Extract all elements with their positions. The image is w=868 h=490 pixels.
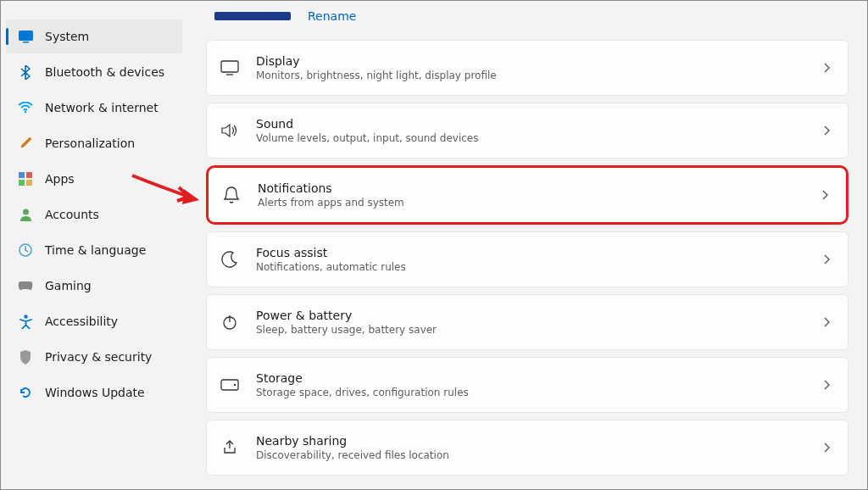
sidebar-item-label: Personalization: [45, 136, 135, 150]
display-card[interactable]: Display Monitors, brightness, night ligh…: [206, 40, 849, 96]
sidebar-item-label: Network & internet: [45, 101, 159, 114]
drive-icon: [219, 374, 241, 396]
focus-assist-card[interactable]: Focus assist Notifications, automatic ru…: [206, 231, 849, 287]
gamepad-icon: [18, 278, 33, 293]
sidebar-item-bluetooth[interactable]: Bluetooth & devices: [6, 55, 182, 89]
storage-card[interactable]: Storage Storage space, drives, configura…: [206, 357, 849, 413]
sidebar-item-network[interactable]: Network & internet: [6, 91, 182, 125]
chevron-right-icon: [823, 316, 831, 328]
sidebar-item-label: System: [45, 30, 89, 43]
svg-rect-6: [26, 180, 32, 186]
power-icon: [219, 311, 241, 333]
shield-icon: [18, 349, 33, 365]
chevron-right-icon: [823, 253, 831, 265]
settings-card-list: Display Monitors, brightness, night ligh…: [206, 40, 849, 476]
nearby-sharing-card[interactable]: Nearby sharing Discoverability, received…: [206, 420, 849, 476]
card-title: Notifications: [258, 181, 821, 195]
card-subtitle: Storage space, drives, configuration rul…: [256, 387, 823, 398]
wifi-icon: [18, 100, 33, 115]
accessibility-icon: [18, 314, 33, 329]
main-content: Rename Display Monitors, brightness, nig…: [187, 1, 867, 489]
person-icon: [18, 207, 33, 222]
brush-icon: [18, 136, 33, 151]
power-battery-card[interactable]: Power & battery Sleep, battery usage, ba…: [206, 294, 849, 350]
notifications-card[interactable]: Notifications Alerts from apps and syste…: [206, 165, 849, 225]
sidebar-item-privacy-security[interactable]: Privacy & security: [6, 340, 182, 374]
chevron-right-icon: [823, 379, 831, 391]
bell-icon: [220, 184, 242, 206]
chevron-right-icon: [821, 189, 829, 201]
svg-point-15: [234, 384, 236, 386]
apps-icon: [18, 171, 33, 187]
globe-clock-icon: [18, 242, 33, 258]
chevron-right-icon: [823, 442, 831, 454]
chevron-right-icon: [823, 125, 831, 136]
sidebar: System Bluetooth & devices Network & int…: [1, 1, 187, 489]
sidebar-item-accessibility[interactable]: Accessibility: [6, 304, 182, 338]
svg-rect-4: [26, 172, 32, 178]
card-subtitle: Notifications, automatic rules: [256, 261, 823, 273]
sidebar-item-label: Gaming: [45, 279, 92, 292]
rename-link[interactable]: Rename: [308, 9, 356, 23]
device-header: Rename: [206, 9, 849, 23]
svg-rect-3: [19, 172, 25, 178]
card-subtitle: Alerts from apps and system: [258, 197, 821, 209]
sound-icon: [219, 120, 241, 142]
sidebar-item-label: Windows Update: [45, 386, 145, 399]
sidebar-item-label: Accessibility: [45, 315, 118, 328]
device-thumbnail: [214, 12, 291, 20]
svg-rect-10: [221, 61, 238, 72]
svg-rect-5: [19, 180, 25, 186]
sidebar-item-label: Accounts: [45, 208, 99, 221]
card-title: Nearby sharing: [256, 434, 823, 448]
sidebar-item-windows-update[interactable]: Windows Update: [6, 376, 182, 409]
card-subtitle: Volume levels, output, input, sound devi…: [256, 132, 823, 144]
sidebar-item-accounts[interactable]: Accounts: [6, 198, 182, 231]
chevron-right-icon: [823, 62, 831, 74]
sidebar-item-apps[interactable]: Apps: [6, 162, 182, 196]
sidebar-item-system[interactable]: System: [6, 19, 182, 53]
sound-card[interactable]: Sound Volume levels, output, input, soun…: [206, 103, 849, 159]
sidebar-item-label: Privacy & security: [45, 350, 152, 364]
card-subtitle: Monitors, brightness, night light, displ…: [256, 70, 823, 81]
svg-rect-1: [23, 42, 29, 43]
sidebar-item-label: Time & language: [45, 243, 146, 257]
card-title: Storage: [256, 371, 823, 385]
sidebar-item-label: Apps: [45, 172, 75, 186]
svg-point-9: [24, 315, 27, 318]
bluetooth-icon: [18, 64, 33, 80]
update-icon: [18, 385, 33, 400]
sidebar-item-gaming[interactable]: Gaming: [6, 269, 182, 303]
display-icon: [219, 57, 241, 79]
share-icon: [219, 437, 241, 459]
svg-point-7: [23, 209, 29, 215]
card-subtitle: Discoverability, received files location: [256, 449, 823, 461]
card-title: Sound: [256, 117, 823, 131]
card-title: Power & battery: [256, 309, 823, 322]
card-title: Display: [256, 54, 823, 68]
sidebar-item-personalization[interactable]: Personalization: [6, 126, 182, 160]
svg-rect-0: [19, 31, 32, 40]
moon-icon: [219, 248, 241, 270]
system-icon: [18, 29, 33, 44]
card-subtitle: Sleep, battery usage, battery saver: [256, 324, 823, 336]
card-title: Focus assist: [256, 246, 823, 259]
sidebar-item-time-language[interactable]: Time & language: [6, 233, 182, 267]
sidebar-item-label: Bluetooth & devices: [45, 65, 164, 79]
svg-point-2: [25, 111, 26, 113]
